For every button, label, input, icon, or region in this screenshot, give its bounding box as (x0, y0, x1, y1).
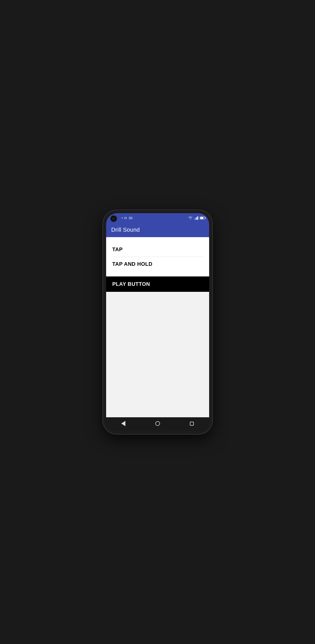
back-button[interactable] (119, 419, 128, 428)
phone-screen: ▪ ⊟ 30 (106, 213, 209, 431)
back-icon (121, 421, 125, 426)
tap-card-section: TAP TAP AND HOLD (106, 237, 209, 276)
phone-device: ▪ ⊟ 30 (103, 210, 212, 434)
camera-lens (112, 217, 115, 220)
status-bar-left: ▪ ⊟ 30 (122, 216, 133, 220)
nav-bar (106, 417, 209, 431)
content-area: TAP TAP AND HOLD PLAY BUTTON (106, 237, 209, 417)
app-bar: Drill Sound (106, 223, 209, 237)
tap-label: TAP (112, 247, 123, 252)
tap-and-hold-button[interactable]: TAP AND HOLD (112, 257, 203, 271)
battery-fill (200, 217, 203, 219)
app-title: Drill Sound (111, 226, 140, 233)
sd-card-icon: ▪ (122, 216, 123, 220)
recent-button[interactable] (187, 419, 197, 428)
camera-cutout (110, 215, 117, 222)
sim-icon: ⊟ (124, 216, 127, 220)
play-area[interactable] (106, 292, 209, 417)
play-button-section[interactable]: PLAY BUTTON (106, 276, 209, 292)
wifi-icon (188, 216, 193, 220)
status-bar-right (188, 216, 205, 220)
status-bar: ▪ ⊟ 30 (106, 213, 209, 223)
battery-icon (200, 217, 205, 219)
status-icons-left: ▪ ⊟ (122, 216, 127, 220)
tap-and-hold-label: TAP AND HOLD (112, 261, 153, 267)
home-button[interactable] (153, 419, 162, 428)
tap-button[interactable]: TAP (112, 242, 203, 257)
signal-strength-icon (194, 216, 198, 220)
play-button-label: PLAY BUTTON (112, 281, 150, 287)
recent-icon (190, 422, 194, 426)
home-icon (155, 421, 160, 426)
status-time: 30 (129, 216, 132, 220)
